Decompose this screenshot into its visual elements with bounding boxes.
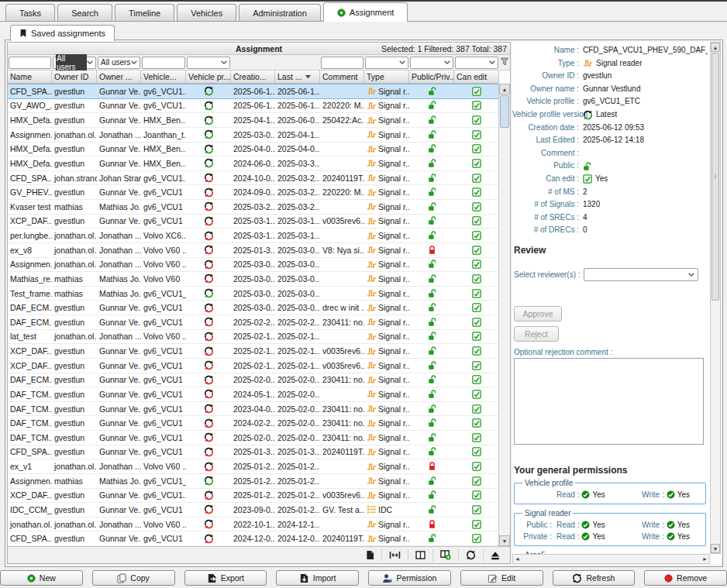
copy-button[interactable]: Copy	[92, 570, 175, 586]
table-row[interactable]: CFD_SPA...gvestlunGunnar Ve...gv6_VCU120…	[8, 445, 498, 460]
refresh-button[interactable]: Refresh	[553, 570, 636, 586]
cell-vehicle-profile-version	[186, 476, 231, 486]
table-row[interactable]: DAF_TCM...gvestlunGunnar Ve...gv6_VCU120…	[8, 416, 498, 431]
tab-search[interactable]: Search	[57, 4, 112, 21]
table-row[interactable]: CFD_SPA...johan.strandJohan Strandgv6_VC…	[8, 171, 498, 186]
edit-box-icon	[472, 390, 481, 399]
table-row[interactable]: IDC_CCM_1gvestlunGunnar Ve...gv6_VCU1202…	[8, 503, 498, 518]
filter-public-private-select[interactable]	[410, 57, 453, 69]
table-row[interactable]: CFD_SPA...gvestlunGunnar Ve...gv6_VCU1..…	[8, 84, 498, 99]
cell-public-private	[409, 144, 454, 153]
details-scrollbar-thumb[interactable]	[711, 53, 719, 301]
columns-toolbar-button[interactable]	[408, 549, 432, 562]
tab-administration[interactable]: Administration	[239, 4, 321, 21]
table-row[interactable]: DAF_TCM...gvestlunGunnar Ve...gv6_VCU120…	[8, 431, 498, 445]
reviewer-select[interactable]	[584, 268, 698, 281]
details-horizontal-scrollbar[interactable]: ◄ ►	[512, 554, 710, 564]
filter-funnel-icon[interactable]	[500, 57, 509, 67]
tab-assignment[interactable]: Assignment	[323, 2, 408, 22]
table-row[interactable]: DAF_TCM...gvestlunGunnar Ve...gv6_VCU120…	[8, 402, 498, 417]
details-scroll-left-button[interactable]: ◄	[515, 556, 520, 562]
sync-red-icon	[204, 418, 214, 428]
column-header-comment[interactable]: Comment	[320, 70, 364, 83]
details-scroll-right-button[interactable]: ►	[702, 556, 708, 562]
table-row[interactable]: lat_testjonathan.ol...Jonathan ...Volvo …	[8, 330, 498, 345]
column-header-vehicle-pr[interactable]: Vehicle pr...	[186, 70, 231, 83]
reject-button[interactable]: Reject	[514, 326, 559, 342]
cell-vehicle-profile: gv6_VCU1	[141, 418, 186, 428]
table-scrollbar-thumb[interactable]	[500, 95, 509, 128]
table-row[interactable]: DAF_ECM...gvestlunGunnar Ve...gv6_VCU120…	[8, 301, 498, 315]
details-vertical-scrollbar[interactable]: ▲ ▼	[710, 42, 721, 554]
filter-vehicle-version-select[interactable]	[187, 57, 230, 69]
filter-vehicle-profile-input[interactable]	[142, 57, 185, 69]
table-row[interactable]: GV_PHEV...gvestlunGunnar Ve...gv6_VCU120…	[8, 185, 498, 200]
table-row[interactable]: XCP_DAF...gvestlunGunnar Ve...gv6_VCU120…	[8, 359, 498, 373]
column-header-public-priv[interactable]: Public/Priv...	[409, 70, 454, 83]
table-row[interactable]: HMX_Defa...gvestlunGunnar Ve...HMX_Ben..…	[8, 143, 498, 157]
tab-vehicles[interactable]: Vehicles	[177, 4, 236, 21]
details-scroll-up-button[interactable]: ▲	[711, 43, 720, 52]
export-button[interactable]: Export	[184, 570, 267, 586]
column-header-owner[interactable]: Owner ...	[97, 70, 141, 83]
table-row[interactable]: Assignmen...mathiasMathias Jo...gv6_VCU1…	[8, 474, 498, 489]
table-row[interactable]: jonathan.ol...jonathan.ol...Jonathan ...…	[8, 518, 498, 532]
cell-comment: 230411: no...	[320, 375, 364, 384]
signal-icon	[367, 520, 377, 528]
column-header-last[interactable]: Last ...	[275, 70, 320, 83]
filter-comment-input[interactable]	[321, 57, 364, 69]
table-row[interactable]: ex_v1jonathan.ol...Jonathan ...Volvo V60…	[8, 459, 498, 474]
details-content: Name :CFD_SPA_VCU1_PHEV_590_DAF_OBD...Ty…	[512, 42, 708, 554]
filter-name-input[interactable]	[9, 57, 51, 69]
column-header-vehicle[interactable]: Vehicle...	[141, 70, 186, 83]
table-row[interactable]: GV_AWO_...gvestlunGunnar Ve...gv6_VCU1..…	[8, 99, 498, 114]
details-scroll-down-button[interactable]: ▼	[711, 544, 720, 553]
tab-saved-assignments[interactable]: Saved assignments	[10, 25, 115, 41]
rejection-comment-textarea[interactable]	[514, 358, 704, 445]
table-row[interactable]: Mathias_re...mathiasMathias Jo...Volvo V…	[8, 272, 498, 287]
table-vertical-scrollbar[interactable]: ▲ ▼	[498, 84, 510, 546]
approve-button[interactable]: Approve	[514, 306, 562, 322]
column-header-name[interactable]: Name	[8, 70, 52, 83]
cell-last-edited: 2025-03-0...	[275, 260, 320, 269]
table-row[interactable]: HMX_Defa...gvestlunGunnar Ve...HMX_Ben..…	[8, 156, 498, 171]
column-header-can-edit[interactable]: Can edit	[454, 70, 499, 83]
table-row[interactable]: Assignmen...jonathan.ol...Jonathan ...Vo…	[8, 258, 498, 273]
table-row[interactable]: XCP_DAF...gvestlunGunnar Ve...gv6_VCU1..…	[8, 489, 498, 504]
table-row[interactable]: per.lungbe...jonathan.ol...Jonathan ...V…	[8, 229, 498, 243]
filter-can-edit-select[interactable]	[455, 57, 498, 69]
table-row[interactable]: HMX_Defa...gvestlunGunnar Ve...HMX_Ben..…	[8, 113, 498, 128]
cell-owner-name: Gunnar Ve...	[97, 144, 141, 153]
chevron-down-icon	[444, 60, 450, 64]
table-row[interactable]: Kvaser testmathiasMathias Jo...gv6_VCU12…	[8, 200, 498, 215]
import-button[interactable]: Import	[276, 570, 359, 586]
scroll-up-button[interactable]: ▲	[499, 84, 510, 95]
scroll-down-button[interactable]: ▼	[499, 535, 510, 546]
table-row[interactable]: DAF_ECM...gvestlunGunnar Ve...gv6_VCU120…	[8, 373, 498, 388]
refresh-toolbar-button[interactable]	[458, 549, 483, 562]
table-row[interactable]: Assignmen...jonathan.ol...Jonathan ...Jo…	[8, 128, 498, 143]
edit-button[interactable]: Edit	[460, 570, 543, 586]
fit-width-toolbar-button[interactable]	[381, 549, 408, 562]
table-row[interactable]: XCP_DAF...gvestlunGunnar Ve...gv6_VCU120…	[8, 344, 498, 359]
filter-owner-id-select[interactable]: All users	[53, 57, 96, 69]
new-button[interactable]: New	[0, 570, 83, 586]
table-row[interactable]: Test_frame...mathiasMathias Jo...gv6_VCU…	[8, 287, 498, 301]
column-header-owner-id[interactable]: Owner ID	[52, 70, 97, 83]
filter-owner-name-select[interactable]: All users	[98, 57, 140, 69]
file-toolbar-button[interactable]	[359, 549, 381, 562]
table-row[interactable]: CFD_SPA...gvestlunGunnar Ve...gv6_VCU120…	[8, 531, 498, 546]
table-row[interactable]: DAF_TCM...gvestlunGunnar Ve...gv6_VCU120…	[8, 387, 498, 402]
add-column-toolbar-button[interactable]	[432, 549, 458, 562]
column-header-creatio[interactable]: Creatio...	[231, 70, 275, 83]
tab-timeline[interactable]: Timeline	[115, 4, 174, 21]
permission-button[interactable]: Permission	[368, 570, 451, 586]
table-row[interactable]: ex_v8jonathan.ol...Jonathan ...Volvo V60…	[8, 243, 498, 258]
column-header-type[interactable]: Type	[364, 70, 409, 83]
remove-button[interactable]: Remove	[644, 570, 727, 586]
eject-toolbar-button[interactable]	[483, 549, 507, 562]
table-row[interactable]: DAF_ECM...gvestlunGunnar Ve...gv6_VCU120…	[8, 315, 498, 330]
filter-type-select[interactable]	[365, 57, 408, 69]
table-row[interactable]: XCP_DAF...gvestlunGunnar Ve...gv6_VCU120…	[8, 215, 498, 229]
tab-tasks[interactable]: Tasks	[5, 4, 55, 21]
